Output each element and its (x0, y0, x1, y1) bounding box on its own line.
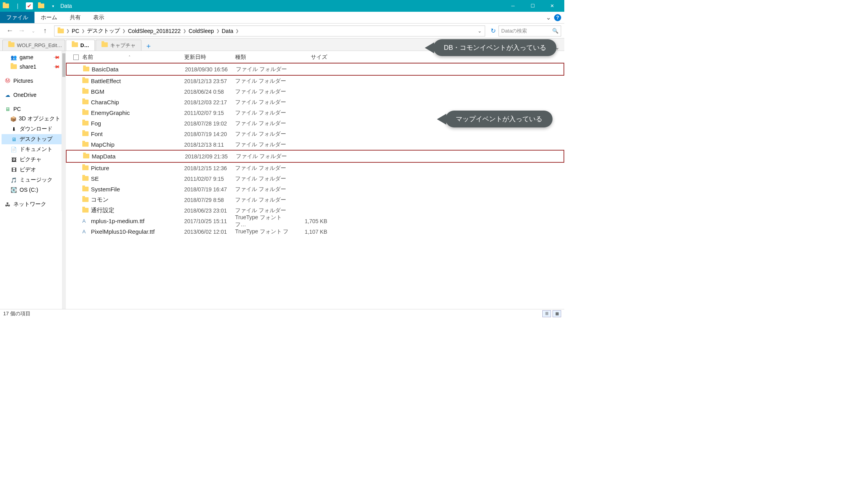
file-name: MapData (92, 153, 185, 160)
nav-item-game[interactable]: 👥game📌 (2, 53, 62, 62)
search-input[interactable]: Dataの検索 🔍 (498, 25, 561, 36)
file-row[interactable]: CharaChip2018/12/03 22:17ファイル フォルダー (66, 97, 564, 107)
chevron-right-icon[interactable]: ❯ (235, 29, 239, 33)
properties-icon[interactable]: ✔ (26, 2, 33, 9)
forward-button[interactable]: → (17, 27, 26, 35)
nav-item-pictures[interactable]: ⓂPictures (2, 76, 62, 85)
file-type: ファイル フォルダー (235, 109, 294, 116)
mega-icon: Ⓜ (4, 78, 11, 84)
column-type[interactable]: 種類 (235, 54, 294, 61)
file-row[interactable]: Amplus-1p-medium.ttf2017/10/25 15:11True… (66, 216, 564, 226)
nav-item-onedrive[interactable]: ☁OneDrive (2, 90, 62, 100)
chevron-right-icon[interactable]: ❯ (216, 29, 220, 33)
nav-item-pictures-lib[interactable]: 🖼ピクチャ (2, 155, 62, 165)
select-all-checkbox[interactable] (70, 55, 82, 60)
pin-icon[interactable]: 📌 (53, 63, 60, 70)
file-name: Picture (91, 165, 184, 171)
file-row[interactable]: SE2011/02/07 9:15ファイル フォルダー (66, 173, 564, 184)
folder-icon (82, 131, 91, 137)
file-date: 2018/12/15 12:36 (184, 165, 235, 171)
close-button[interactable]: ✕ (542, 0, 562, 12)
nav-item-desktop[interactable]: 🖥デスクトップ (2, 134, 62, 144)
folder-icon (82, 109, 91, 116)
recent-dropdown-icon[interactable]: ⌄ (29, 28, 38, 34)
annotation-callout: マップイベントが入っている (446, 111, 553, 127)
tab-home[interactable]: ホーム (34, 12, 63, 23)
file-row[interactable]: Picture2018/12/15 12:36ファイル フォルダー (66, 163, 564, 173)
breadcrumb-item[interactable]: ColdSleep (187, 28, 216, 34)
file-row[interactable]: Font2018/07/19 14:20ファイル フォルダー (66, 129, 564, 139)
file-row[interactable]: BasicData2018/09/30 16:56ファイル フォルダー (67, 64, 564, 75)
file-row[interactable]: MapData2018/12/09 21:35ファイル フォルダー (67, 151, 564, 162)
tab-share[interactable]: 共有 (63, 12, 87, 23)
maximize-button[interactable]: ☐ (523, 0, 542, 12)
nav-item-network[interactable]: 🖧ネットワーク (2, 199, 62, 209)
thumbnails-view-button[interactable]: ▦ (553, 310, 561, 317)
column-name[interactable]: 名前˄ (82, 54, 184, 61)
nav-label: Pictures (13, 78, 33, 84)
chevron-right-icon[interactable]: ❯ (81, 29, 85, 33)
breadcrumb-item[interactable]: Data (220, 28, 235, 34)
file-row[interactable]: MapChip2018/12/13 8:11ファイル フォルダー (66, 139, 564, 150)
chevron-right-icon[interactable]: ❯ (65, 29, 70, 33)
column-size[interactable]: サイズ (294, 54, 331, 61)
document-tab[interactable]: WOLF_RPG_Edit… (2, 40, 65, 51)
chevron-right-icon[interactable]: ❯ (182, 29, 187, 33)
nav-item-downloads[interactable]: ⬇ダウンロード (2, 124, 62, 134)
nav-item-os-drive[interactable]: 💽OS (C:) (2, 185, 62, 195)
breadcrumb[interactable]: ❯ PC ❯ デスクトップ ❯ ColdSleep_20181222 ❯ Col… (54, 25, 485, 36)
nav-label: 3D オブジェクト (19, 115, 60, 122)
column-date[interactable]: 更新日時 (184, 54, 235, 61)
nav-item-share1[interactable]: share1📌 (2, 62, 62, 71)
nav-label: OS (C:) (20, 187, 38, 193)
file-row[interactable]: 通行設定2018/06/23 23:01ファイル フォルダー (66, 205, 564, 216)
nav-item-documents[interactable]: 📄ドキュメント (2, 144, 62, 155)
divider-icon: | (14, 2, 21, 9)
document-tab[interactable]: キャプチャ (96, 40, 141, 51)
refresh-button[interactable]: ↻ (487, 25, 498, 36)
nav-scrollbar[interactable] (62, 51, 66, 309)
add-tab-button[interactable]: ＋ (144, 41, 153, 51)
file-type: ファイル フォルダー (235, 141, 294, 148)
file-row[interactable]: APixelMplus10-Regular.ttf2013/06/02 12:0… (66, 226, 564, 237)
search-icon[interactable]: 🔍 (552, 28, 558, 34)
nav-label: ミュージック (20, 176, 53, 184)
breadcrumb-item[interactable]: PC (70, 28, 81, 34)
chevron-right-icon[interactable]: ❯ (121, 29, 126, 33)
pin-icon[interactable]: 📌 (53, 53, 60, 61)
folder-icon (82, 88, 91, 95)
tab-view[interactable]: 表示 (87, 12, 111, 23)
minimize-button[interactable]: ─ (503, 0, 523, 12)
document-tab[interactable]: D… (66, 40, 95, 51)
file-row[interactable]: BattleEffect2018/12/13 23:57ファイル フォルダー (66, 76, 564, 86)
folder-icon (82, 196, 91, 203)
nav-label: ドキュメント (20, 146, 53, 153)
file-size: 1,107 KB (294, 229, 331, 235)
file-row[interactable]: BGM2018/06/24 0:58ファイル フォルダー (66, 86, 564, 97)
file-name: Fog (91, 120, 184, 127)
up-button[interactable]: ↑ (41, 27, 49, 35)
back-button[interactable]: ← (5, 27, 14, 35)
details-view-button[interactable]: ☰ (542, 310, 551, 317)
scrollbar-thumb[interactable] (62, 53, 65, 77)
qat-dropdown-icon[interactable]: ▾ (49, 2, 56, 9)
folder-icon (82, 186, 91, 193)
file-type: TrueType フォント フ… (235, 214, 294, 228)
file-row[interactable]: SystemFile2018/07/19 16:47ファイル フォルダー (66, 184, 564, 195)
nav-item-3dobjects[interactable]: 📦3D オブジェクト (2, 114, 62, 124)
tab-file[interactable]: ファイル (0, 12, 34, 23)
folder-icon (82, 165, 91, 171)
help-icon[interactable]: ? (554, 14, 561, 21)
nav-item-music[interactable]: 🎵ミュージック (2, 175, 62, 185)
nav-item-pc[interactable]: 🖥PC (2, 104, 62, 114)
file-row[interactable]: コモン2018/07/29 8:58ファイル フォルダー (66, 195, 564, 205)
nav-item-videos[interactable]: 🎞ビデオ (2, 165, 62, 175)
desktop-icon: 🖥 (10, 136, 17, 142)
breadcrumb-item[interactable]: ColdSleep_20181222 (126, 28, 182, 34)
folder-icon (8, 42, 14, 48)
folder-context-icon[interactable] (38, 2, 45, 9)
pictures-icon: 🖼 (10, 156, 17, 163)
breadcrumb-item[interactable]: デスクトップ (85, 27, 121, 35)
ribbon-collapse-icon[interactable]: ⌄ (546, 14, 551, 21)
address-dropdown-icon[interactable]: ⌄ (478, 28, 482, 34)
